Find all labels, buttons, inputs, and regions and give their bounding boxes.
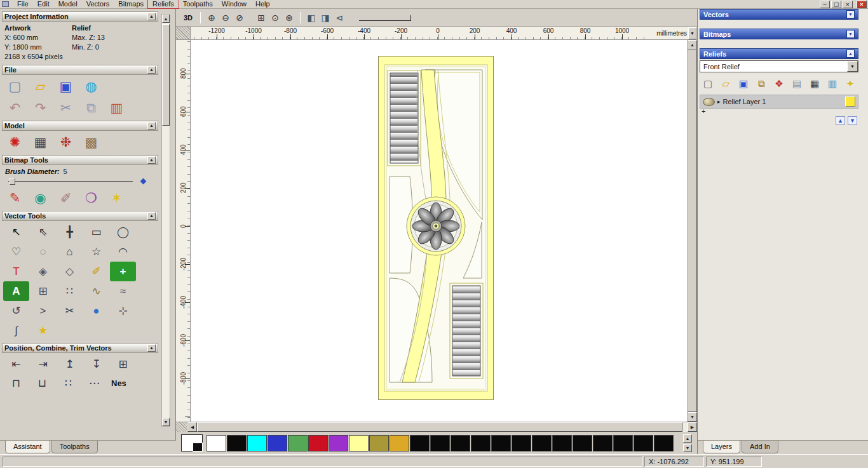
create-diamond-icon[interactable]: ◇ <box>57 262 83 281</box>
paint-selective-icon[interactable]: ◉ <box>29 189 51 208</box>
save-relief-icon[interactable]: ▣ <box>736 77 751 91</box>
scrollbar-thumb[interactable] <box>162 24 170 126</box>
extend-vector-icon[interactable]: > <box>30 301 56 321</box>
vectors-header[interactable]: Vectors ▼ <box>700 9 858 20</box>
create-text-icon[interactable]: T <box>3 262 29 281</box>
save-model-icon[interactable]: ▣ <box>55 77 77 96</box>
assistant-scrollbar[interactable]: ▲ ▼ <box>161 14 170 427</box>
create-sphere-icon[interactable]: ● <box>83 301 109 321</box>
scroll-right-icon[interactable]: ▶ <box>688 422 697 432</box>
create-polyline-icon[interactable]: ♡ <box>3 242 29 262</box>
palette-swatch-19[interactable] <box>593 435 613 451</box>
cut-icon[interactable]: ✂ <box>55 98 77 117</box>
layer-add-mark[interactable]: + <box>702 109 868 115</box>
new-relief-icon[interactable]: ▢ <box>700 77 715 91</box>
scroll-down-icon[interactable]: ▼ <box>162 418 170 426</box>
add-relief-icon[interactable]: ✦ <box>843 77 858 91</box>
create-circle-icon[interactable]: ◌ <box>30 242 56 262</box>
zoom-window-icon[interactable]: ⊞ <box>254 11 268 24</box>
palette-swatch-11[interactable] <box>430 435 450 451</box>
copy-icon[interactable]: ⧉ <box>80 98 102 117</box>
new-layer-icon[interactable]: ▤ <box>789 77 804 91</box>
measure-icon[interactable]: ⊹ <box>110 301 136 321</box>
toggle-vector-view-icon[interactable]: ◨ <box>318 11 332 24</box>
fit-arcs-icon[interactable]: ∿ <box>83 281 109 301</box>
spacing-icon[interactable]: ⋯ <box>81 375 107 391</box>
align-left-icon[interactable]: ⇤ <box>3 354 29 374</box>
create-arc-icon[interactable]: ◠ <box>110 242 136 262</box>
select-vectors-icon[interactable]: ↖ <box>3 222 29 242</box>
brush-diameter-slider[interactable] <box>8 177 152 186</box>
create-ellipse-icon[interactable]: ◯ <box>110 222 136 242</box>
scrollbar-thumb[interactable] <box>197 422 682 432</box>
palette-swatch-7[interactable] <box>349 435 369 451</box>
palette-swatch-17[interactable] <box>552 435 572 451</box>
relief-wizard-icon[interactable]: ✺ <box>4 133 26 152</box>
tab-assistant[interactable]: Assistant <box>5 441 50 453</box>
menu-help[interactable]: Help <box>251 0 275 8</box>
palette-swatch-4[interactable] <box>288 435 308 451</box>
preview-relief-icon[interactable]: ⊲ <box>332 11 346 24</box>
layer-down-icon[interactable]: ▼ <box>848 116 857 125</box>
menu-file[interactable]: File <box>13 0 33 8</box>
create-rectangle-icon[interactable]: ▭ <box>83 222 109 242</box>
layer-up-icon[interactable]: ▲ <box>836 116 845 125</box>
paste-icon[interactable]: ▥ <box>105 98 128 117</box>
toggle-bitmap-view-icon[interactable]: ◧ <box>304 11 318 24</box>
collapse-section-button[interactable]: ▲ <box>147 156 156 164</box>
palette-swatch-2[interactable] <box>247 435 267 451</box>
bitmap-to-vector-icon[interactable]: ⊞ <box>30 281 56 301</box>
expand-vectors-icon[interactable]: ▼ <box>846 10 855 18</box>
view-3d-button[interactable]: 3D <box>180 13 196 22</box>
stamp-model-icon[interactable]: ❉ <box>55 133 77 152</box>
flood-fill-icon[interactable]: ✶ <box>105 189 128 208</box>
palette-swatch-16[interactable] <box>532 435 552 451</box>
palette-swatch-20[interactable] <box>613 435 633 451</box>
relief-layer-item[interactable]: ▸ Relief Layer 1 <box>700 95 858 109</box>
slider-thumb[interactable] <box>10 178 15 185</box>
collapse-section-button[interactable]: ▲ <box>147 13 156 20</box>
zoom-previous-icon[interactable]: ⊘ <box>233 11 247 24</box>
tab-add-in[interactable]: Add In <box>742 441 778 453</box>
colour-palette-icon[interactable]: ❍ <box>80 189 102 208</box>
door-design[interactable] <box>378 56 494 400</box>
palette-swatch-6[interactable] <box>329 435 348 451</box>
delete-relief-icon[interactable]: ▥ <box>825 77 840 91</box>
collapse-section-button[interactable]: ▲ <box>147 344 156 352</box>
menu-model[interactable]: Model <box>54 0 82 8</box>
dot-array-icon[interactable]: ∷ <box>55 375 81 391</box>
palette-swatch-21[interactable] <box>634 435 653 451</box>
palette-swatch-8[interactable] <box>369 435 389 451</box>
layer-expand-icon[interactable]: ▸ <box>717 99 721 105</box>
minimize-button[interactable]: – <box>820 1 830 8</box>
node-editing-icon[interactable]: ⇖ <box>30 222 56 242</box>
model-canvas[interactable] <box>191 40 687 422</box>
create-star-icon[interactable]: ☆ <box>83 242 109 262</box>
horizontal-scrollbar[interactable]: ◀ ▶ <box>176 422 697 432</box>
layer-visibility-icon[interactable] <box>703 98 715 106</box>
block-array-icon[interactable]: ⊓ <box>3 375 29 391</box>
paste-text-block-icon[interactable]: A <box>3 281 29 301</box>
scroll-up-icon[interactable]: ▲ <box>162 15 170 23</box>
greyscale-model-icon[interactable]: ▦ <box>29 133 51 152</box>
palette-swatch-0[interactable] <box>207 435 226 451</box>
eyedropper-icon[interactable]: ✐ <box>55 189 77 208</box>
zoom-fit-icon[interactable]: ⊛ <box>282 11 296 24</box>
tab-layers[interactable]: Layers <box>703 441 740 453</box>
bitmaps-header[interactable]: Bitmaps ▼ <box>700 29 858 39</box>
smooth-relief-icon[interactable]: ❖ <box>771 77 787 91</box>
menu-toolpaths[interactable]: Toolpaths <box>179 0 217 8</box>
face-wizard-icon[interactable]: ▩ <box>80 133 102 152</box>
scrollbar-thumb[interactable] <box>688 50 697 412</box>
tab-toolpaths[interactable]: Toolpaths <box>51 441 98 453</box>
zoom-in-icon[interactable]: ⊕ <box>205 11 219 24</box>
palette-swatch-10[interactable] <box>410 435 430 451</box>
palette-swatch-14[interactable] <box>491 435 511 451</box>
align-right-icon[interactable]: ⇥ <box>30 354 56 374</box>
vertical-scrollbar[interactable]: ▲ ▼ <box>687 40 697 422</box>
palette-swatch-1[interactable] <box>227 435 247 451</box>
rotate-array-icon[interactable]: ⊔ <box>29 375 55 391</box>
collapse-section-button[interactable]: ▲ <box>147 66 156 74</box>
menu-window[interactable]: Window <box>217 0 251 8</box>
units-dropdown-icon[interactable]: ▼ <box>688 27 696 39</box>
